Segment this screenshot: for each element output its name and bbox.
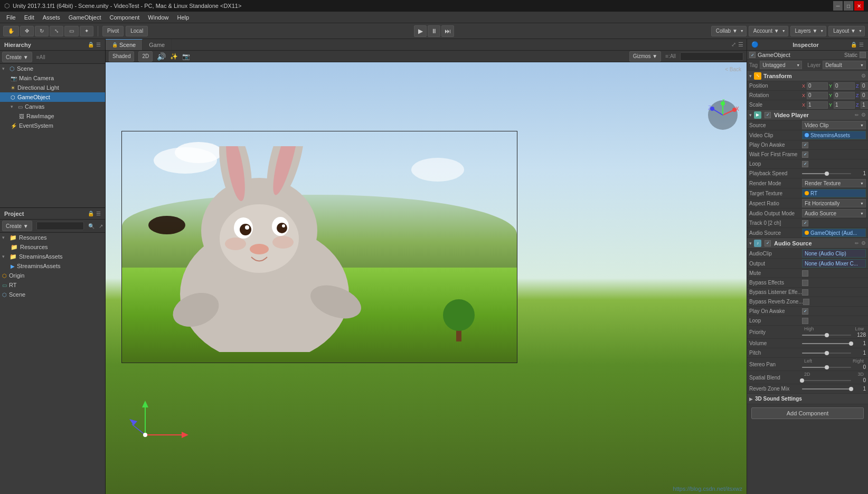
fx-icon[interactable]: ✨ bbox=[170, 53, 178, 60]
scene-menu-icon[interactable]: ☰ bbox=[738, 41, 743, 48]
transform-header[interactable]: ▾ ⤡ Transform ⚙ bbox=[747, 71, 868, 81]
hierarchy-item-directionallight[interactable]: ☀ Directional Light bbox=[0, 83, 105, 92]
back-button[interactable]: < Back bbox=[725, 66, 741, 489]
wait-first-frame-checkbox[interactable] bbox=[802, 151, 808, 158]
source-dropdown[interactable]: Video Clip bbox=[802, 121, 866, 129]
gameobject-active-checkbox[interactable] bbox=[749, 52, 756, 58]
menu-component[interactable]: Component bbox=[105, 13, 144, 22]
audiosource-enabled-checkbox[interactable] bbox=[765, 240, 771, 246]
scale-tool-button[interactable]: ⤡ bbox=[50, 26, 63, 36]
menu-assets[interactable]: Assets bbox=[39, 13, 64, 22]
mute-checkbox[interactable] bbox=[802, 270, 808, 277]
videoplayer-menu-icon[interactable]: ⚙ bbox=[861, 112, 866, 118]
bypass-reverb-checkbox[interactable] bbox=[803, 299, 809, 305]
static-checkbox[interactable] bbox=[860, 52, 866, 58]
collab-button[interactable]: Collab ▼ bbox=[711, 26, 747, 36]
playback-speed-slider[interactable]: 1 bbox=[802, 170, 866, 176]
aspect-ratio-dropdown[interactable]: Fit Horizontally bbox=[802, 199, 866, 207]
shaded-button[interactable]: Shaded bbox=[109, 51, 134, 62]
rect-tool-button[interactable]: ▭ bbox=[64, 26, 79, 36]
gizmos-button[interactable]: Gizmos ▼ bbox=[629, 51, 662, 62]
project-search-icon[interactable]: 🔍 bbox=[88, 223, 95, 229]
audiosource-header[interactable]: ▾ ♪ Audio Source ✏ ⚙ bbox=[747, 238, 868, 249]
close-button[interactable]: ✕ bbox=[854, 1, 864, 11]
pitch-slider[interactable]: 1 bbox=[802, 350, 866, 356]
output-asset[interactable]: None (Audio Mixer C... bbox=[802, 259, 866, 268]
maximize-button[interactable]: □ bbox=[844, 1, 853, 11]
loop-as-checkbox[interactable] bbox=[802, 318, 808, 324]
loop-vp-checkbox[interactable] bbox=[802, 161, 808, 167]
reverb-zone-slider[interactable]: 1 bbox=[802, 386, 866, 392]
project-item-rt[interactable]: ▭ RT bbox=[0, 280, 105, 290]
audiosource-menu-icon[interactable]: ⚙ bbox=[861, 240, 866, 246]
reverb-zone-thumb[interactable] bbox=[849, 387, 853, 391]
inspector-lock-icon[interactable]: 🔒 bbox=[851, 42, 857, 48]
maximize-scene-icon[interactable]: ⤢ bbox=[731, 41, 736, 48]
videoplayer-enabled-checkbox[interactable] bbox=[765, 112, 771, 118]
sound-settings-header[interactable]: ▶ 3D Sound Settings bbox=[747, 394, 868, 404]
volume-thumb[interactable] bbox=[849, 341, 853, 346]
stereo-pan-slider[interactable]: 0 bbox=[802, 364, 866, 370]
rotation-z-input[interactable] bbox=[861, 92, 868, 99]
priority-thumb[interactable] bbox=[825, 333, 829, 337]
project-item-resources[interactable]: ▾ 📁 Resources bbox=[0, 233, 105, 242]
layer-dropdown[interactable]: Default bbox=[823, 61, 866, 69]
project-item-scene[interactable]: ⬡ Scene bbox=[0, 290, 105, 299]
stereo-pan-thumb[interactable] bbox=[825, 365, 829, 369]
track-checkbox[interactable] bbox=[802, 220, 808, 226]
project-item-origin[interactable]: ⬡ Origin bbox=[0, 271, 105, 280]
rotation-x-input[interactable] bbox=[807, 92, 828, 99]
menu-edit[interactable]: Edit bbox=[20, 13, 39, 22]
project-item-streaming[interactable]: ▾ 📁 StreaminsAssets bbox=[0, 252, 105, 261]
bypass-listener-checkbox[interactable] bbox=[802, 289, 808, 296]
position-y-input[interactable] bbox=[834, 82, 855, 90]
hierarchy-item-scene[interactable]: ▾ ⬡ Scene bbox=[0, 64, 105, 73]
pitch-thumb[interactable] bbox=[825, 351, 829, 355]
inspector-menu-icon[interactable]: ☰ bbox=[859, 42, 864, 48]
layers-button[interactable]: Layers ▼ bbox=[790, 26, 827, 36]
hierarchy-item-maincamera[interactable]: 📷 Main Camera bbox=[0, 73, 105, 83]
scene-viewport[interactable]: X Y Z < Back bbox=[106, 62, 747, 494]
multi-tool-button[interactable]: ✦ bbox=[80, 26, 93, 36]
scale-y-input[interactable] bbox=[834, 101, 855, 109]
account-button[interactable]: Account ▼ bbox=[749, 26, 788, 36]
volume-slider[interactable]: 1 bbox=[802, 340, 866, 346]
camera-scene-icon[interactable]: 📷 bbox=[182, 53, 190, 60]
menu-gameobject[interactable]: GameObject bbox=[64, 13, 106, 22]
hierarchy-lock-icon[interactable]: 🔒 bbox=[88, 42, 94, 48]
position-z-input[interactable] bbox=[861, 82, 868, 90]
hierarchy-item-gameobject[interactable]: ⬡ GameObject bbox=[0, 92, 105, 102]
add-component-button[interactable]: Add Component bbox=[751, 407, 864, 419]
project-menu-icon[interactable]: ☰ bbox=[96, 211, 101, 216]
spatial-blend-slider[interactable]: 0 bbox=[802, 377, 866, 383]
spatial-blend-thumb[interactable] bbox=[800, 378, 804, 383]
target-texture-asset[interactable]: RT bbox=[802, 189, 866, 197]
scene-tab[interactable]: 🔒 Scene bbox=[106, 39, 143, 50]
rotation-y-input[interactable] bbox=[834, 92, 855, 99]
local-button[interactable]: Local bbox=[126, 26, 148, 36]
project-nav-icon[interactable]: ↗ bbox=[99, 223, 103, 229]
audio-icon[interactable]: 🔊 bbox=[157, 52, 166, 61]
tag-dropdown[interactable]: Untagged bbox=[760, 61, 802, 69]
minimize-button[interactable]: ─ bbox=[833, 1, 843, 11]
menu-window[interactable]: Window bbox=[144, 13, 173, 22]
game-tab[interactable]: Game bbox=[143, 39, 172, 50]
scene-search-input[interactable] bbox=[680, 52, 743, 61]
project-lock-icon[interactable]: 🔒 bbox=[88, 211, 94, 216]
layout-button[interactable]: Layout ▼ bbox=[828, 26, 865, 36]
rotate-tool-button[interactable]: ↻ bbox=[35, 26, 49, 36]
hierarchy-item-eventsystem[interactable]: ⚡ EventSystem bbox=[0, 121, 105, 130]
project-item-streaming-sub[interactable]: ▶ StreaminsAssets bbox=[0, 261, 105, 271]
2d-button[interactable]: 2D bbox=[138, 51, 153, 62]
step-button[interactable]: ⏭ bbox=[441, 25, 454, 37]
play-on-awake-vp-checkbox[interactable] bbox=[802, 142, 808, 148]
move-tool-button[interactable]: ✥ bbox=[20, 26, 34, 36]
bypass-effects-checkbox[interactable] bbox=[802, 280, 808, 286]
audiosource-edit-icon[interactable]: ✏ bbox=[855, 241, 859, 246]
hierarchy-item-rawimage[interactable]: 🖼 RawImage bbox=[0, 111, 105, 121]
position-x-input[interactable] bbox=[807, 82, 828, 90]
hierarchy-create-button[interactable]: Create ▼ bbox=[2, 52, 32, 62]
play-on-awake-as-checkbox[interactable] bbox=[802, 308, 808, 315]
hierarchy-item-canvas[interactable]: ▾ ▭ Canvas bbox=[0, 102, 105, 111]
project-item-resources-sub[interactable]: 📁 Resources bbox=[0, 242, 105, 252]
